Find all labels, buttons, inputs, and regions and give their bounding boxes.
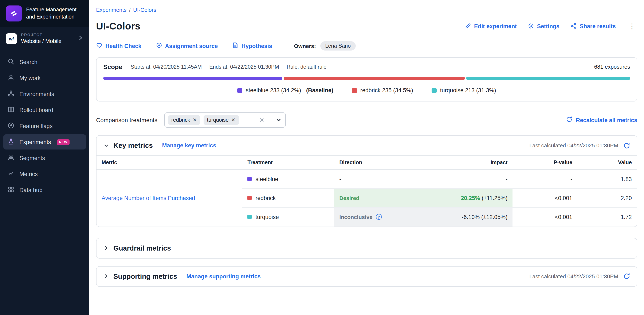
chart-icon [8,170,14,178]
redbrick-dot [248,196,252,200]
sidebar-item-search[interactable]: Search [3,54,86,69]
sidebar-item-label: Data hub [20,187,42,193]
assignment-source-link[interactable]: Assignment source [156,42,218,50]
manage-key-metrics-link[interactable]: Manage key metrics [162,142,216,149]
chip-redbrick[interactable]: redbrick ✕ [168,115,200,125]
treatment-name: steelblue [256,176,278,182]
exposure-distribution-bar [103,77,630,80]
legend-item-redbrick: redbrick 235 (34.5%) [352,87,413,93]
app-logo-icon [6,5,22,21]
refresh-icon[interactable] [623,273,630,280]
user-icon [8,74,14,82]
board-icon [8,106,14,114]
health-check-label: Health Check [105,43,142,49]
last-calculated-text: Last calculated 04/22/2025 01:30PM [529,142,618,149]
direction-cell-desired: Desired [334,188,442,207]
target-icon [156,42,162,50]
steelblue-dot [248,177,252,181]
share-icon [570,22,577,30]
legend-label: redbrick 235 (34.5%) [360,87,413,93]
project-switcher[interactable]: w/ PROJECT Website / Mobile [0,27,89,50]
sidebar-item-my-work[interactable]: My work [3,70,86,85]
col-header-pvalue: P-value [512,156,578,170]
impact-cell: - [442,170,512,188]
sidebar-item-metrics[interactable]: Metrics [3,166,86,182]
exposure-legend: steelblue 233 (34.2%) (Baseline) redbric… [103,87,630,93]
remove-chip-icon[interactable]: ✕ [192,117,197,123]
value-cell: 2.20 [578,188,637,207]
chevron-right-icon [78,35,84,42]
col-header-direction: Direction [334,156,442,170]
recalculate-all-metrics-button[interactable]: Recalculate all metrics [566,116,637,124]
sidebar-item-feature-flags[interactable]: Feature flags [3,118,86,133]
page-title: UI-Colors [96,21,140,32]
clear-all-icon[interactable] [258,117,264,123]
chip-turquoise[interactable]: turquoise ✕ [204,115,239,125]
value-cell: 1.83 [578,170,637,188]
expand-chevron-icon[interactable] [103,245,109,251]
sidebar-item-data-hub[interactable]: Data hub [3,182,86,198]
sidebar-nav: Search My work Environments Rollout boar… [0,50,89,202]
breadcrumb-current-link[interactable]: UI-Colors [133,7,156,13]
col-header-treatment: Treatment [242,156,334,170]
share-results-button[interactable]: Share results [570,22,616,30]
legend-label: turquoise 213 (31.3%) [440,87,496,93]
share-results-label: Share results [580,23,616,29]
impact-cell: 20.25% (±11.25%) [442,188,512,207]
scope-card: Scope Starts at: 04/20/2025 11:45AM Ends… [96,57,637,101]
edit-experiment-button[interactable]: Edit experiment [465,22,517,30]
manage-supporting-metrics-link[interactable]: Manage supporting metrics [186,273,261,280]
key-metrics-title: Key metrics [113,141,153,149]
guardrail-metrics-card: Guardrail metrics [96,238,637,258]
baseline-tag: (Baseline) [306,87,334,93]
main-content: Experiments / UI-Colors UI-Colors Edit e… [89,0,644,315]
info-icon[interactable]: ? [376,214,382,220]
chip-label: turquoise [207,117,229,123]
sidebar-item-rollout-board[interactable]: Rollout board [3,102,86,117]
legend-item-turquoise: turquoise 213 (31.3%) [432,87,496,93]
new-badge: NEW [57,139,70,145]
refresh-icon[interactable] [623,142,630,149]
redbrick-swatch [352,88,357,93]
comparison-row: Comparison treatments redbrick ✕ turquoi… [96,112,637,128]
direction-cell-inconclusive: Inconclusive? [334,207,442,226]
key-metrics-card: Key metrics Manage key metrics Last calc… [96,135,637,227]
environments-icon [8,90,14,98]
more-options-button[interactable]: ⋮ [627,23,637,30]
recalculate-label: Recalculate all metrics [576,117,637,123]
legend-label: steelblue 233 (34.2%) [246,87,301,93]
heart-icon [96,42,102,50]
experiment-meta-row: Health Check Assignment source Hypothesi… [96,41,637,50]
scope-rule: Rule: default rule [286,64,326,70]
edit-experiment-label: Edit experiment [474,23,517,29]
app-logo-block[interactable]: Feature Management and Experimentation [0,0,89,27]
collapse-chevron-icon[interactable] [103,143,109,148]
project-name: Website / Mobile [21,38,73,44]
owner-pill[interactable]: Lena Sano [320,41,356,50]
sidebar-item-experiments[interactable]: Experiments NEW [3,134,86,149]
sidebar-item-label: Search [20,59,38,65]
settings-button[interactable]: Settings [528,22,560,30]
metric-name-link[interactable]: Average Number of Items Purchased [102,195,195,201]
pencil-icon [465,22,471,30]
segments-icon [8,154,14,162]
treatments-multiselect[interactable]: redbrick ✕ turquoise ✕ [164,112,286,128]
select-divider [270,116,270,124]
remove-chip-icon[interactable]: ✕ [231,117,236,123]
value-cell: 1.72 [578,207,637,226]
pvalue-cell: <0.001 [512,207,578,226]
exposures-count: 681 exposures [594,64,630,70]
experiments-icon [8,138,14,146]
sidebar-item-environments[interactable]: Environments [3,86,86,101]
breadcrumb-experiments-link[interactable]: Experiments [96,7,127,13]
sidebar-item-label: Segments [20,155,45,161]
sidebar-item-segments[interactable]: Segments [3,150,86,166]
health-check-link[interactable]: Health Check [96,42,142,50]
legend-item-steelblue: steelblue 233 (34.2%) (Baseline) [237,87,334,93]
app-window: Feature Management and Experimentation w… [0,0,644,315]
chevron-down-icon[interactable] [275,117,282,123]
last-calculated-text: Last calculated 04/22/2025 01:30PM [529,273,618,280]
expand-chevron-icon[interactable] [103,273,109,279]
hypothesis-link[interactable]: Hypothesis [232,42,272,50]
bar-segment-turquoise [466,77,630,80]
